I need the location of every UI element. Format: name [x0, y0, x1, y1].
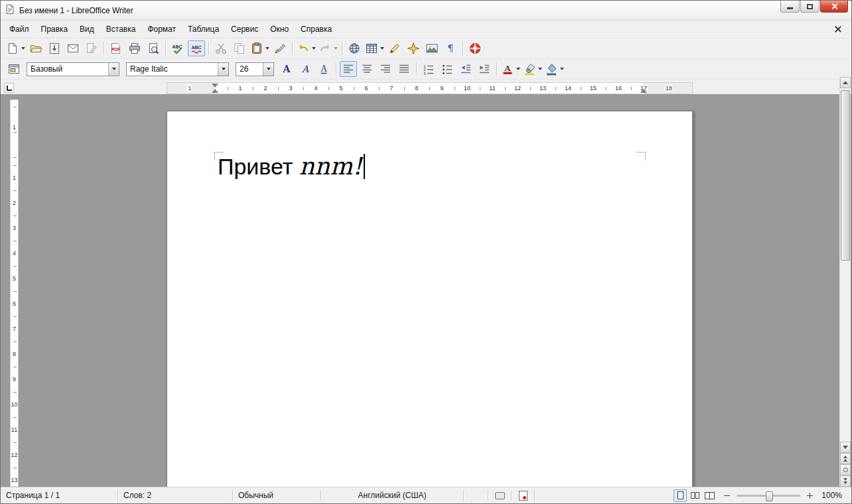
- menu-edit[interactable]: Правка: [35, 22, 74, 36]
- print-preview-button[interactable]: [145, 40, 162, 56]
- font-name-dropdown[interactable]: [218, 63, 228, 76]
- new-document-dropdown-arrow[interactable]: [21, 47, 25, 50]
- open-button[interactable]: [27, 40, 44, 56]
- decrease-indent-button[interactable]: [457, 61, 474, 77]
- font-color-dropdown-arrow[interactable]: [516, 68, 520, 70]
- menu-insert[interactable]: Вставка: [100, 22, 142, 36]
- book-view-icon: [705, 492, 715, 499]
- menu-tools[interactable]: Сервис: [225, 22, 264, 36]
- minimize-icon: [787, 7, 793, 9]
- previous-page-button[interactable]: [840, 453, 851, 464]
- gallery-button[interactable]: [423, 40, 441, 56]
- menu-table[interactable]: Таблица: [182, 22, 225, 36]
- copy-button[interactable]: [231, 40, 248, 56]
- hyperlink-button[interactable]: [346, 40, 363, 56]
- vertical-ruler[interactable]: 112345678910111213: [10, 99, 19, 487]
- close-button[interactable]: [820, 1, 848, 13]
- document-text[interactable]: Привет nnm!: [218, 153, 365, 180]
- bold-button[interactable]: A: [278, 61, 295, 77]
- word-count[interactable]: Слов: 2: [118, 487, 232, 503]
- help-button[interactable]: [466, 40, 484, 56]
- selection-mode[interactable]: [488, 487, 511, 503]
- maximize-button[interactable]: [800, 1, 819, 13]
- navigator-button[interactable]: [405, 40, 422, 56]
- menu-view[interactable]: Вид: [74, 22, 100, 36]
- print-button[interactable]: [126, 40, 143, 56]
- increase-indent-icon: [478, 62, 491, 76]
- multi-page-view-button[interactable]: [688, 489, 701, 502]
- paragraph-style-dropdown[interactable]: [108, 63, 119, 76]
- email-document-button[interactable]: [64, 40, 82, 56]
- paste-dropdown-arrow[interactable]: [265, 47, 269, 50]
- spelling-button[interactable]: ABC: [169, 40, 186, 56]
- scroll-up-button[interactable]: [840, 77, 851, 88]
- language-selector[interactable]: Английский (США): [321, 487, 463, 503]
- save-button[interactable]: [46, 40, 63, 56]
- font-name-combo[interactable]: Rage Italic: [126, 62, 229, 76]
- horizontal-ruler[interactable]: 1123456789101112131415161718: [167, 82, 693, 94]
- zoom-slider[interactable]: [737, 495, 800, 497]
- book-view-button[interactable]: [703, 489, 716, 502]
- underline-button[interactable]: A: [315, 61, 332, 77]
- undo-button[interactable]: [296, 40, 317, 56]
- justified-button[interactable]: [395, 61, 413, 77]
- navigation-button[interactable]: [840, 464, 851, 475]
- vertical-scrollbar[interactable]: [839, 77, 851, 487]
- align-center-button[interactable]: [358, 61, 376, 77]
- clone-formatting-button[interactable]: [271, 40, 289, 56]
- zoom-out-button[interactable]: [723, 491, 731, 500]
- navigation-dot-icon: [843, 468, 848, 472]
- font-color-button[interactable]: A: [500, 61, 521, 77]
- redo-dropdown-arrow[interactable]: [334, 47, 338, 50]
- zoom-slider-thumb[interactable]: [766, 491, 773, 501]
- scroll-down-button[interactable]: [840, 442, 851, 453]
- tab-stop-selector[interactable]: [4, 83, 14, 93]
- menu-help[interactable]: Справка: [295, 22, 338, 36]
- increase-indent-button[interactable]: [476, 61, 493, 77]
- zoom-in-button[interactable]: [806, 491, 814, 500]
- undo-dropdown-arrow[interactable]: [312, 47, 316, 50]
- italic-button[interactable]: A: [297, 61, 314, 77]
- draw-functions-button[interactable]: [386, 40, 403, 56]
- align-right-button[interactable]: [377, 61, 394, 77]
- insert-mode[interactable]: [464, 487, 488, 503]
- cut-button[interactable]: [212, 40, 230, 56]
- page-style[interactable]: Обычный: [233, 487, 320, 503]
- close-document-button[interactable]: [833, 24, 843, 34]
- highlighting-color-button[interactable]: [522, 61, 543, 77]
- menu-file[interactable]: Файл: [3, 22, 35, 36]
- paste-icon: [250, 42, 263, 55]
- menu-format[interactable]: Формат: [141, 22, 182, 36]
- minimize-button[interactable]: [780, 1, 800, 13]
- page-indicator[interactable]: Страница 1 / 1: [1, 487, 117, 503]
- bullet-list-button[interactable]: [439, 61, 456, 77]
- insert-table-button[interactable]: [364, 40, 385, 56]
- redo-button[interactable]: [318, 40, 338, 56]
- paste-button[interactable]: [249, 40, 270, 56]
- insert-table-dropdown-arrow[interactable]: [380, 47, 384, 50]
- next-page-button[interactable]: [840, 475, 851, 487]
- single-page-view-button[interactable]: [674, 489, 687, 502]
- document-modified[interactable]: [512, 487, 534, 503]
- paragraph-style-combo[interactable]: Базовый: [27, 62, 119, 76]
- zoom-level[interactable]: 100%: [816, 487, 851, 503]
- document-page[interactable]: Привет nnm!: [167, 111, 693, 487]
- numbered-list-button[interactable]: 123: [420, 61, 437, 77]
- font-size-value: 26: [236, 64, 263, 74]
- formatting-marks-button[interactable]: ¶: [442, 40, 459, 56]
- menu-window[interactable]: Окно: [264, 22, 295, 36]
- new-document-button[interactable]: [5, 40, 26, 56]
- edit-file-button[interactable]: [83, 40, 100, 56]
- background-color-button[interactable]: [544, 61, 565, 77]
- styles-panel-button[interactable]: [5, 61, 23, 77]
- font-size-dropdown[interactable]: [263, 63, 273, 76]
- align-left-button[interactable]: [340, 61, 357, 77]
- background-color-dropdown-arrow[interactable]: [560, 68, 564, 70]
- scrollbar-thumb[interactable]: [841, 90, 850, 261]
- scrollbar-track[interactable]: [840, 88, 851, 442]
- export-pdf-button[interactable]: PDF: [107, 40, 125, 56]
- title-bar[interactable]: Без имени 1 - LibreOffice Writer: [1, 1, 851, 21]
- font-size-combo[interactable]: 26: [236, 62, 274, 76]
- highlighting-color-dropdown-arrow[interactable]: [538, 68, 542, 70]
- auto-spellcheck-button[interactable]: ABC: [188, 40, 205, 56]
